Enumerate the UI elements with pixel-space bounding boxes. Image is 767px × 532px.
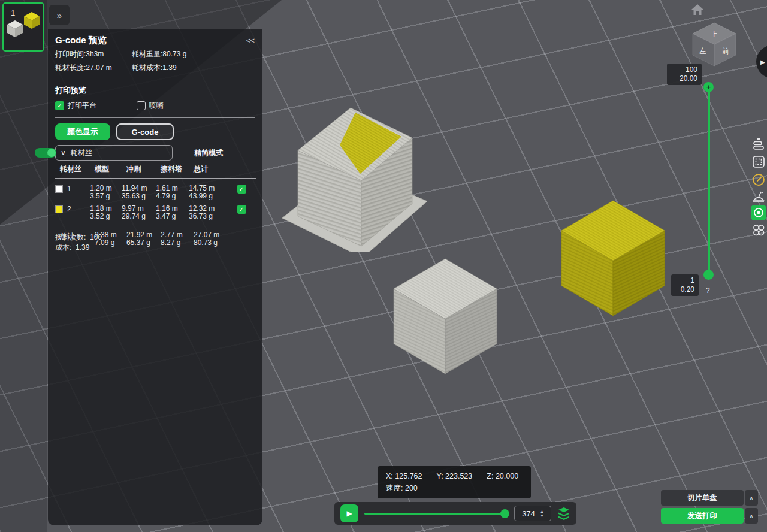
nav-cube-front-label: 前 bbox=[722, 47, 729, 55]
layer-slider-top-handle[interactable]: + bbox=[703, 82, 714, 92]
plate-thumbnail-rail: 1 bbox=[0, 0, 47, 532]
gcode-view-button[interactable]: G-code bbox=[116, 123, 174, 140]
toolbar-adaptive-layers-button[interactable] bbox=[750, 137, 767, 151]
caret-up-icon: ∧ bbox=[749, 495, 753, 501]
expand-sidebar-button[interactable]: » bbox=[49, 5, 70, 25]
thumbnail-yellow-cube-icon bbox=[23, 11, 41, 30]
stat-filament-cost: 耗材成本:1.39 bbox=[132, 63, 177, 73]
home-icon[interactable] bbox=[691, 4, 704, 16]
caret-up-icon: ∧ bbox=[749, 513, 753, 519]
wipe-tower-model[interactable] bbox=[277, 101, 434, 252]
chevron-down-icon: ∨ bbox=[61, 149, 66, 157]
print-preview-section-title: 打印预览 bbox=[55, 85, 86, 96]
spinner[interactable]: ▲ ▼ bbox=[540, 509, 544, 518]
layer-range-slider[interactable] bbox=[708, 87, 710, 274]
plate-number: 1 bbox=[11, 8, 15, 17]
slim-mode-label[interactable]: 精简模式 bbox=[194, 149, 223, 158]
chevrons-right-icon: » bbox=[57, 10, 62, 20]
z-coordinate: Z: 20.000 bbox=[487, 470, 518, 482]
radar-icon bbox=[751, 189, 766, 203]
adaptive-layers-icon bbox=[751, 137, 766, 151]
stat-print-time: 打印时间:3h3m bbox=[55, 49, 104, 59]
color-scheme-button[interactable]: 颜色显示 bbox=[55, 123, 110, 140]
print-options-caret-button[interactable]: ∧ bbox=[745, 508, 758, 524]
checkbox-nozzle[interactable]: 喷嘴 bbox=[137, 101, 164, 111]
table-row: 2 1.18 m3.52 g 9.97 m29.74 g 1.16 m3.47 … bbox=[55, 200, 256, 220]
move-number-box: ▲ ▼ bbox=[514, 506, 551, 521]
slim-mode-toggle[interactable] bbox=[35, 148, 56, 158]
plate-icon bbox=[751, 155, 766, 169]
slicer-preview-screen: 1 » G-code 预览 << 打印时间:3h3m 耗材重量:80.73 g … bbox=[0, 0, 767, 532]
arrow-right-icon: ▶ bbox=[760, 59, 765, 65]
filament-change-count: 换料次数: 100 bbox=[55, 232, 102, 243]
divider bbox=[55, 78, 255, 78]
layer-slider-bottom-badge: 1 0.20 bbox=[671, 274, 699, 296]
stat-filament-length: 耗材长度:27.07 m bbox=[55, 63, 112, 73]
spinner-down-icon[interactable]: ▼ bbox=[540, 513, 544, 518]
speed-gauge-icon bbox=[751, 173, 766, 187]
four-circles-icon bbox=[751, 223, 766, 237]
speed-readout: 速度: 200 bbox=[386, 482, 418, 494]
panel-title: G-code 预览 bbox=[55, 35, 107, 46]
toolbar-speed-button[interactable] bbox=[750, 173, 767, 187]
toolbar-radar-button[interactable] bbox=[750, 189, 767, 203]
filament-color-swatch bbox=[55, 185, 63, 193]
toggle-knob bbox=[47, 149, 56, 157]
nav-cube-top-label: 上 bbox=[711, 30, 718, 38]
collapse-panel-icon[interactable]: << bbox=[246, 36, 254, 45]
play-button[interactable]: ▶ bbox=[340, 504, 358, 522]
filament-visible-checkbox[interactable]: ✓ bbox=[237, 185, 246, 194]
layer-stack-icon[interactable] bbox=[557, 507, 570, 520]
filament-color-swatch bbox=[55, 205, 63, 213]
move-slider[interactable] bbox=[364, 509, 508, 518]
y-coordinate: Y: 223.523 bbox=[436, 470, 472, 482]
x-coordinate: X: 125.762 bbox=[386, 470, 422, 482]
plate-thumbnail[interactable]: 1 bbox=[2, 2, 44, 52]
move-number-input[interactable] bbox=[517, 509, 540, 519]
cost-value: 成本: 1.39 bbox=[55, 243, 89, 253]
play-icon: ▶ bbox=[346, 509, 352, 518]
stat-filament-weight: 耗材重量:80.73 g bbox=[132, 49, 186, 59]
layer-slider-bottom-handle[interactable] bbox=[703, 270, 714, 280]
toolbar-target-button-selected[interactable] bbox=[751, 205, 766, 220]
table-header-row: 耗材丝 模型 冲刷 擦料塔 总计 bbox=[55, 164, 256, 179]
gcode-playback-bar: ▶ ▲ ▼ bbox=[334, 502, 576, 525]
white-cube-model[interactable] bbox=[392, 258, 498, 375]
slice-plate-button[interactable]: 切片单盘 bbox=[661, 490, 744, 506]
checkbox-unchecked-icon bbox=[137, 101, 146, 110]
spinner-up-icon[interactable]: ▲ bbox=[540, 509, 544, 513]
target-icon bbox=[753, 207, 765, 219]
divider bbox=[55, 117, 255, 118]
toolbar-plate-button[interactable] bbox=[750, 155, 767, 169]
yellow-cube-model[interactable] bbox=[560, 200, 666, 317]
table-row: 1 1.20 m3.57 g 11.94 m35.63 g 1.61 m4.79… bbox=[55, 179, 256, 200]
help-icon[interactable]: ? bbox=[706, 286, 710, 295]
gcode-preview-panel: G-code 预览 << 打印时间:3h3m 耗材重量:80.73 g 耗材长度… bbox=[48, 29, 262, 525]
checkbox-checked-icon: ✓ bbox=[55, 101, 64, 110]
nav-cube-left-label: 左 bbox=[699, 47, 706, 55]
thumbnail-white-cube-icon bbox=[6, 19, 24, 38]
slice-options-caret-button[interactable]: ∧ bbox=[745, 490, 758, 506]
slider-handle[interactable] bbox=[500, 509, 509, 518]
checkbox-print-platform[interactable]: ✓ 打印平台 bbox=[55, 101, 96, 111]
slider-track bbox=[364, 513, 508, 515]
layer-slider-top-badge: 100 20.00 bbox=[667, 64, 702, 85]
send-print-button[interactable]: 发送打印 bbox=[661, 508, 744, 524]
gcode-status-tooltip: X: 125.762 Y: 223.523 Z: 20.000 速度: 200 bbox=[378, 466, 531, 498]
view-mode-dropdown[interactable]: ∨ 耗材丝 bbox=[55, 145, 173, 161]
toolbar-arrange-button[interactable] bbox=[750, 223, 767, 237]
navigation-cube[interactable]: 上 左 前 bbox=[689, 22, 739, 68]
filament-visible-checkbox[interactable]: ✓ bbox=[237, 205, 246, 214]
